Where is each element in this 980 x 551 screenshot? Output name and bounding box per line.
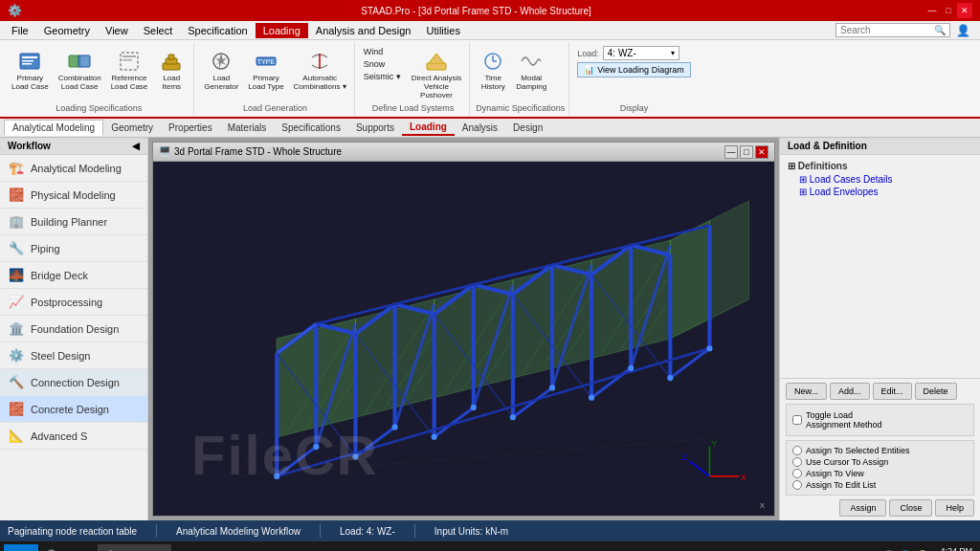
close-panel-button[interactable]: Close <box>889 499 932 517</box>
modal-damping-button[interactable]: ModalDamping <box>512 46 550 94</box>
sidebar-item-label-0: Analytical Modeling <box>31 163 122 174</box>
sidebar-item-concrete-design[interactable]: 🧱 Concrete Design <box>0 396 147 423</box>
taskbar-search-icon[interactable]: 🔍 <box>40 544 67 551</box>
seismic-button[interactable]: Seismic ▾ <box>361 71 404 82</box>
tab-specifications[interactable]: Specifications <box>274 121 348 135</box>
direct-analysis-label: Direct AnalysisVehiclePushover <box>412 75 461 99</box>
sidebar-item-piping[interactable]: 🔧 Piping <box>0 235 147 262</box>
use-cursor-radio[interactable] <box>792 457 802 467</box>
search-box[interactable]: 🔍 <box>835 23 950 37</box>
menu-geometry[interactable]: Geometry <box>36 23 98 38</box>
sidebar-item-label-7: Steel Design <box>31 350 90 362</box>
wind-button[interactable]: Wind <box>361 46 404 57</box>
reference-load-case-button[interactable]: ReferenceLoad Case <box>107 46 152 94</box>
direct-analysis-button[interactable]: Direct AnalysisVehiclePushover <box>408 46 465 101</box>
tab-properties[interactable]: Properties <box>161 121 220 135</box>
sidebar-item-postprocessing[interactable]: 📈 Postprocessing <box>0 289 147 316</box>
start-button[interactable]: ⊞ <box>4 544 38 551</box>
assign-button[interactable]: Assign <box>839 499 886 517</box>
tab-loading[interactable]: Loading <box>402 120 455 136</box>
sidebar-item-steel-design[interactable]: ⚙️ Steel Design <box>0 342 147 369</box>
time-history-label: TimeHistory <box>481 75 505 92</box>
time-history-button[interactable]: TimeHistory <box>476 46 510 94</box>
add-button[interactable]: Add... <box>830 383 870 400</box>
use-cursor-row: Use Cursor To Assign <box>792 456 968 468</box>
combination-load-case-button[interactable]: CombinationLoad Case <box>55 46 105 94</box>
sub-window-min[interactable]: — <box>724 145 738 159</box>
sidebar-item-analytical-modeling[interactable]: 🏗️ Analytical Modeling <box>0 155 147 182</box>
svg-point-92 <box>352 453 358 459</box>
assign-selected-label: Assign To Selected Entities <box>806 446 909 455</box>
snow-button[interactable]: Snow <box>361 58 404 70</box>
menu-loading[interactable]: Loading <box>256 23 308 38</box>
load-generator-button[interactable]: LoadGenerator <box>200 46 242 94</box>
primary-load-type-button[interactable]: TYPE PrimaryLoad Type <box>244 46 287 94</box>
svg-point-97 <box>313 444 319 450</box>
load-items-button[interactable]: LoadItems <box>153 46 189 94</box>
sidebar-collapse-icon[interactable]: ◀ <box>132 141 140 151</box>
sidebar-item-foundation-design[interactable]: 🏛️ Foundation Design <box>0 316 147 342</box>
taskbar-taskview-icon[interactable]: ⧉ <box>69 544 96 551</box>
edit-button[interactable]: Edit... <box>873 383 912 400</box>
load-envelopes-link[interactable]: ⊞ Load Envelopes <box>788 186 972 198</box>
sidebar-item-connection-design[interactable]: 🔨 Connection Design <box>0 369 147 396</box>
reference-load-case-label: ReferenceLoad Case <box>111 75 148 92</box>
tab-design[interactable]: Design <box>505 121 550 135</box>
new-button[interactable]: New... <box>786 383 827 400</box>
menu-analysis[interactable]: Analysis and Design <box>308 23 419 38</box>
maximize-button[interactable]: □ <box>941 3 956 18</box>
ribbon-group-content: PrimaryLoad Case CombinationLoad Case Re… <box>8 44 189 101</box>
primary-load-case-button[interactable]: PrimaryLoad Case <box>8 46 53 94</box>
close-button[interactable]: ✕ <box>957 3 972 18</box>
building-planner-icon: 🏢 <box>8 214 25 229</box>
sidebar-item-building-planner[interactable]: 🏢 Building Planner <box>0 209 147 235</box>
assign-selected-row: Assign To Selected Entities <box>792 445 968 456</box>
auto-combinations-button[interactable]: AutomaticCombinations ▾ <box>290 46 350 94</box>
sidebar-item-advanced[interactable]: 📐 Advanced S <box>0 423 147 450</box>
sidebar-item-bridge-deck[interactable]: 🌉 Bridge Deck <box>0 262 147 289</box>
taskbar-staad-app[interactable]: ⚙️ STAAD.Pro <box>98 544 171 551</box>
view-loading-diagram-button[interactable]: 📊 View Loading Diagram <box>577 62 690 77</box>
assign-view-radio[interactable] <box>792 469 802 478</box>
primary-load-type-label: PrimaryLoad Type <box>248 75 283 92</box>
load-value: 4: WZ- <box>608 48 671 58</box>
status-units: Input Units: kN-m <box>434 526 508 537</box>
load-label: Load: <box>577 49 599 58</box>
sub-window-close[interactable]: ✕ <box>755 145 768 159</box>
define-load-systems-label: Define Load Systems <box>361 103 465 113</box>
sidebar-item-label-10: Advanced S <box>31 430 87 442</box>
minimize-button[interactable]: — <box>924 3 940 18</box>
svg-point-91 <box>274 474 279 479</box>
search-input[interactable] <box>840 25 934 35</box>
tab-materials[interactable]: Materials <box>220 121 275 135</box>
menu-utilities[interactable]: Utilities <box>418 23 467 38</box>
svg-point-93 <box>432 434 437 440</box>
load-cases-details-link[interactable]: ⊞ Load Cases Details <box>788 173 972 186</box>
menu-file[interactable]: File <box>4 23 36 38</box>
svg-rect-5 <box>78 55 90 67</box>
tab-geometry[interactable]: Geometry <box>103 121 161 135</box>
delete-button[interactable]: Delete <box>915 383 957 400</box>
menu-view[interactable]: View <box>98 23 136 38</box>
steel-design-icon: ⚙️ <box>8 348 25 363</box>
help-button[interactable]: Help <box>935 499 974 517</box>
toggle-load-row: Toggle LoadAssignment Method <box>792 408 968 431</box>
assign-edit-list-radio[interactable] <box>792 480 802 490</box>
advanced-icon: 📐 <box>8 429 25 443</box>
menu-specification[interactable]: Specification <box>180 23 255 38</box>
tab-analytical-modeling[interactable]: Analytical Modeling <box>4 120 103 136</box>
tab-supports[interactable]: Supports <box>348 121 402 135</box>
bridge-deck-icon: 🌉 <box>8 268 25 282</box>
right-panel-footer: New... Add... Edit... Delete Toggle Load… <box>780 378 980 520</box>
title-bar-controls: — □ ✕ <box>924 3 972 18</box>
menu-select[interactable]: Select <box>136 23 181 38</box>
toggle-load-checkbox[interactable] <box>792 415 802 425</box>
tab-analysis[interactable]: Analysis <box>455 121 505 135</box>
svg-text:X: X <box>741 474 746 482</box>
sub-window-max[interactable]: □ <box>740 145 753 159</box>
user-icon[interactable]: 👤 <box>950 22 976 39</box>
sidebar-item-physical-modeling[interactable]: 🧱 Physical Modeling <box>0 182 147 209</box>
load-select[interactable]: 4: WZ- ▾ <box>603 46 679 60</box>
taskbar-clock[interactable]: 4:24 PM 1/7/2022 <box>935 546 976 551</box>
assign-selected-radio[interactable] <box>792 446 802 455</box>
